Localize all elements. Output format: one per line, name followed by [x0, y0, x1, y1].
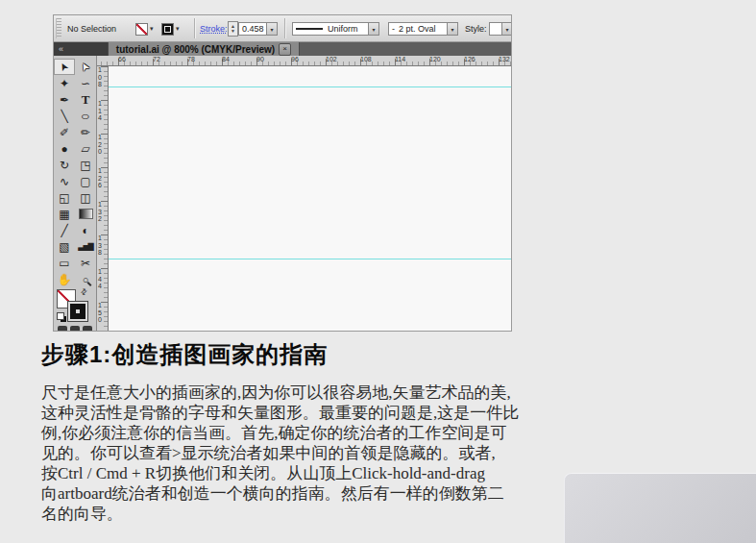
tool-icon: ✐ [60, 126, 69, 139]
symbol-sprayer-tool[interactable]: ▧ [54, 238, 75, 255]
double-chevron-icon: « [59, 44, 63, 54]
document-tab-bar: « tutorial.ai @ 800% (CMYK/Preview) × [54, 42, 512, 56]
width-profile-value: Uniform [328, 24, 358, 34]
pen-tool[interactable]: ✒ [54, 91, 75, 108]
rotate-tool[interactable]: ↻ [54, 157, 75, 173]
tool-icon: ╱ [61, 224, 67, 237]
paintbrush-tool[interactable]: ✐ [54, 124, 75, 140]
shape-builder-tool[interactable]: ◱ [54, 189, 75, 206]
horizontal-ruler[interactable]: 667278849096102108114120126132 [97, 56, 512, 66]
tool-icon: ↻ [60, 159, 69, 172]
magic-wand-tool[interactable]: ✦ [54, 75, 75, 91]
gradient-button[interactable] [70, 326, 80, 332]
stroke-weight-field[interactable]: 0.458 ▾ [238, 15, 278, 42]
swap-fill-stroke-icon[interactable]: ⇄ [79, 286, 89, 297]
ruler-number: 120 [429, 56, 441, 62]
body-text-line: 向artboard统治者和创造一个横向的指南。然后有一样的倒数第二 [41, 483, 565, 504]
none-button[interactable] [83, 326, 92, 332]
tool-icon: T [82, 92, 90, 108]
brush-definition-dropdown[interactable]: - 2 pt. Oval ▾ [388, 15, 458, 42]
tool-icon: ◳ [80, 159, 90, 172]
ellipse-tool[interactable]: ○ [75, 108, 96, 124]
stroke-weight-stepper[interactable]: ▲▼ [228, 15, 238, 42]
close-icon: × [282, 44, 287, 53]
pencil-tool[interactable]: ✏ [75, 124, 96, 140]
ruler-number: 144 [98, 268, 105, 290]
gradient-tool[interactable] [75, 206, 96, 222]
tool-icon: ▢ [80, 175, 90, 188]
zoom-tool[interactable]: ○ [75, 271, 96, 287]
graphic-style-dropdown[interactable]: ▾ [489, 15, 512, 42]
direct-selection-tool[interactable]: ➤ [75, 59, 96, 75]
free-transform-tool[interactable]: ▢ [75, 173, 96, 189]
stroke-weight-dropdown-button[interactable]: ▾ [267, 22, 278, 36]
color-mode-buttons [58, 326, 92, 332]
ruler-number: 84 [222, 56, 230, 62]
ruler-number: 72 [153, 56, 160, 62]
column-graph-tool[interactable]: ▃▅▇ [75, 238, 96, 255]
mesh-tool[interactable]: ▦ [54, 206, 75, 222]
stroke-panel-link[interactable]: Stroke: [200, 15, 228, 42]
stroke-color-swatch[interactable]: ▾ [161, 15, 180, 42]
ruler-number: 108 [98, 66, 105, 88]
ruler-number: 90 [256, 56, 264, 62]
body-text-line: 按Ctrl / Cmd + R切换他们和关闭。从山顶上Click-hold-an… [41, 463, 565, 483]
scale-tool[interactable]: ◳ [75, 157, 96, 173]
selection-status-label: No Selection [67, 15, 116, 42]
ruler-number: 132 [98, 201, 105, 223]
ruler-number: 138 [98, 234, 105, 257]
ruler-number: 66 [118, 56, 126, 62]
slice-tool[interactable]: ✂ [75, 255, 96, 271]
color-button[interactable] [58, 326, 67, 332]
canvas[interactable] [109, 66, 512, 332]
ruler-number: 102 [326, 56, 337, 62]
none-fill-icon [135, 23, 148, 36]
chevron-down-icon[interactable]: ▾ [176, 25, 180, 33]
tool-icon [79, 209, 93, 219]
tool-grid: ➤➤✦∽✒T╲○✐✏●▱↻◳∿▢◱◫▦╱◐▧▃▅▇▭✂✋○ [54, 56, 96, 287]
tool-icon: ✦ [60, 77, 69, 90]
tool-icon: ◫ [80, 191, 90, 205]
ruler-number: 108 [360, 56, 372, 62]
chevron-down-icon: ▾ [451, 26, 453, 33]
eyedropper-tool[interactable]: ╱ [54, 222, 75, 238]
body-text-line: 例,你必须注意你的信当画。首先,确定你的统治者的工作空间是可 [41, 423, 565, 443]
width-tool[interactable]: ∿ [54, 173, 75, 189]
blob-brush-tool[interactable]: ● [54, 140, 75, 157]
ruler-number: 78 [187, 56, 195, 62]
tool-icon: ✏ [81, 126, 90, 139]
ruler-number: 132 [499, 56, 510, 62]
chevron-down-icon: ▾ [505, 26, 508, 33]
body-text-line: 名的向导。 [41, 504, 565, 524]
body-text-line: 这种灵活性是骨骼的字母和矢量图形。最重要的问题是,这是一件比 [41, 403, 565, 423]
stepper-down-icon[interactable]: ▼ [231, 29, 235, 34]
type-tool[interactable]: T [75, 91, 96, 108]
width-profile-dropdown[interactable]: Uniform ▾ [292, 15, 379, 42]
width-profile-dropdown-button[interactable]: ▾ [369, 22, 379, 36]
perspective-grid-tool[interactable]: ◫ [75, 189, 96, 206]
tool-icon: ➤ [57, 60, 72, 73]
horizontal-guide [109, 259, 512, 259]
ruler-number: 120 [98, 134, 105, 156]
hand-tool[interactable]: ✋ [54, 271, 75, 287]
vertical-ruler[interactable]: 108114120126132138144150 [97, 66, 109, 332]
fill-color-swatch[interactable]: ▾ [135, 15, 154, 42]
selection-tool[interactable]: ➤ [54, 59, 75, 75]
eraser-tool[interactable]: ▱ [75, 140, 96, 157]
style-dropdown-button[interactable]: ▾ [502, 22, 512, 36]
blend-tool[interactable]: ◐ [75, 222, 96, 238]
illustrator-screenshot: No Selection ▾ ▾ Stroke: ▲▼ 0.458 ▾ [53, 14, 512, 332]
collapse-panels-button[interactable]: « [54, 42, 108, 56]
body-text-line: 尺寸是任意大小的插画家的,因为你可以很容易地,矢量艺术品的美, [41, 383, 565, 403]
close-tab-button[interactable]: × [279, 43, 291, 56]
artboard-tool[interactable]: ▭ [54, 255, 75, 271]
document-tab[interactable]: tutorial.ai @ 800% (CMYK/Preview) × [108, 42, 300, 56]
tool-icon: ∿ [60, 175, 69, 188]
line-segment-tool[interactable]: ╲ [54, 108, 75, 124]
chevron-down-icon[interactable]: ▾ [150, 25, 154, 33]
lasso-tool[interactable]: ∽ [75, 75, 96, 91]
ruler-number: 114 [395, 56, 405, 62]
brush-dropdown-button[interactable]: ▾ [448, 22, 458, 36]
panel-grip-handle[interactable] [56, 18, 61, 38]
stroke-swatch-black-icon[interactable] [67, 301, 88, 322]
